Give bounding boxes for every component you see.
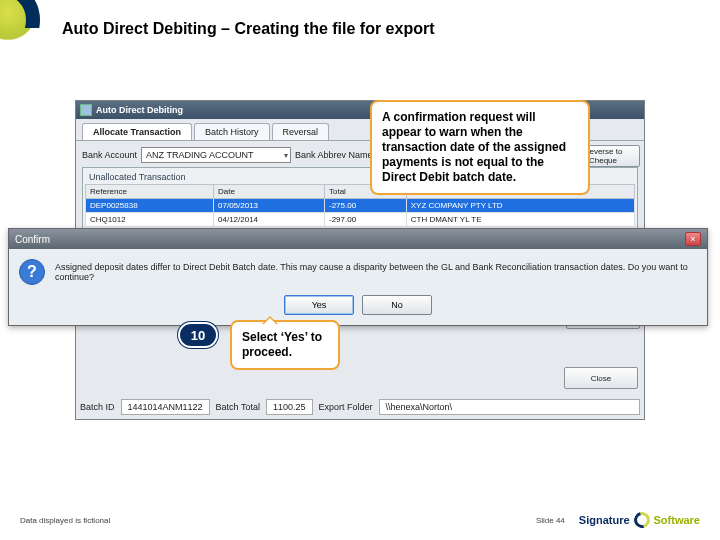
app-icon [80, 104, 92, 116]
swirl-icon [631, 509, 653, 531]
batch-id-label: Batch ID [80, 402, 115, 412]
batch-id-value: 1441014ANM1122 [121, 399, 210, 415]
slide-number: Slide 44 [536, 516, 565, 525]
close-button-wrap: Close [564, 367, 638, 389]
yes-button[interactable]: Yes [284, 295, 354, 315]
col-reference[interactable]: Reference [86, 185, 214, 199]
brand-logo: Signature Software [579, 512, 700, 528]
brand-text-2: Software [654, 514, 700, 526]
confirm-title: Confirm [15, 234, 50, 245]
bank-abbrev-label: Bank Abbrev Name [295, 150, 373, 160]
bank-account-label: Bank Account [82, 150, 137, 160]
close-button[interactable]: Close [564, 367, 638, 389]
tab-batch-history[interactable]: Batch History [194, 123, 270, 140]
col-date[interactable]: Date [214, 185, 325, 199]
slide-footer: Data displayed is fictional Slide 44 Sig… [0, 512, 720, 528]
cell: 04/12/2014 [214, 213, 325, 227]
table-row[interactable]: DEP0025838 07/05/2013 -275.00 XYZ COMPAN… [86, 199, 635, 213]
bottom-bar: Batch ID 1441014ANM1122 Batch Total 1100… [80, 399, 640, 415]
batch-total-value: 1100.25 [266, 399, 313, 415]
no-button[interactable]: No [362, 295, 432, 315]
tab-allocate[interactable]: Allocate Transaction [82, 123, 192, 140]
step-badge: 10 [178, 322, 218, 348]
export-folder-label: Export Folder [319, 402, 373, 412]
confirm-dialog: Confirm × ? Assigned deposit dates diffe… [8, 228, 708, 326]
cell: CHQ1012 [86, 213, 214, 227]
slide-accent [0, 0, 40, 60]
disclaimer: Data displayed is fictional [20, 516, 110, 525]
tab-reversal[interactable]: Reversal [272, 123, 330, 140]
export-folder-value: \\henexa\Norton\ [379, 399, 640, 415]
confirm-message: Assigned deposit dates differ to Direct … [55, 262, 697, 282]
bank-account-dropdown[interactable]: ANZ TRADING ACCOUNT [141, 147, 291, 163]
cell: 07/05/2013 [214, 199, 325, 213]
app-title: Auto Direct Debiting [96, 105, 183, 115]
cell: DEP0025838 [86, 199, 214, 213]
slide-title: Auto Direct Debiting – Creating the file… [62, 20, 434, 38]
callout-instruction: Select ‘Yes’ to proceed. [230, 320, 340, 370]
confirm-titlebar: Confirm × [9, 229, 707, 249]
cell: -275.00 [324, 199, 406, 213]
table-row[interactable]: CHQ1012 04/12/2014 -297.00 CTH DMANT YL … [86, 213, 635, 227]
callout-warning: A confirmation request will appear to wa… [370, 100, 590, 195]
batch-total-label: Batch Total [216, 402, 260, 412]
close-icon[interactable]: × [685, 232, 701, 246]
question-icon: ? [19, 259, 45, 285]
confirm-actions: Yes No [9, 289, 707, 325]
brand-text-1: Signature [579, 514, 630, 526]
cell: -297.00 [324, 213, 406, 227]
